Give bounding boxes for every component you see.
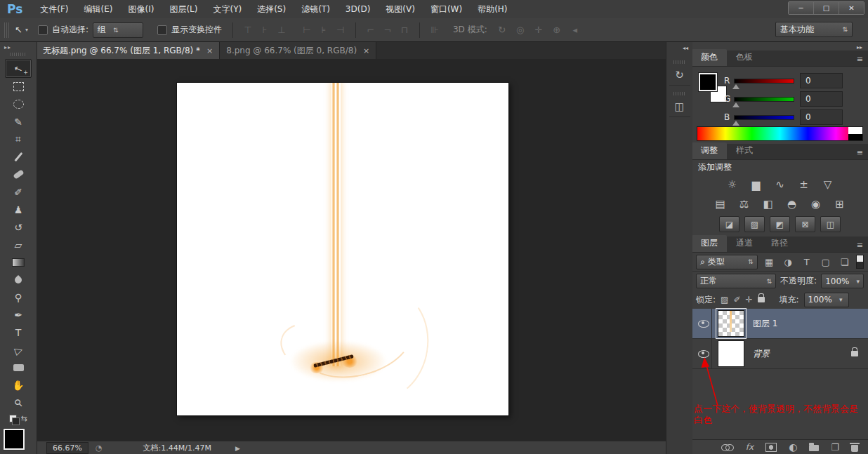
crop-tool[interactable]: ⌗ xyxy=(6,131,31,148)
slider-thumb[interactable] xyxy=(732,102,739,107)
gradient-tool[interactable] xyxy=(6,253,31,271)
blue-value-field[interactable]: 0 xyxy=(800,109,843,125)
color-lookup-icon[interactable]: ⊞ xyxy=(830,196,849,211)
visibility-toggle[interactable] xyxy=(696,309,712,338)
eyedropper-tool[interactable] xyxy=(6,148,31,166)
color-spectrum-ramp[interactable] xyxy=(697,126,863,141)
path-selection-tool[interactable]: ▷ xyxy=(6,341,31,359)
layer-row-layer1[interactable]: 图层 1 xyxy=(692,309,868,339)
layer-row-background[interactable]: 背景 xyxy=(692,339,868,369)
filter-type-dropdown[interactable]: ⌕ 类型 ⇅ xyxy=(696,255,758,269)
lock-position-icon[interactable]: ✛ xyxy=(745,295,752,305)
exposure-icon[interactable]: ± xyxy=(794,177,813,192)
zoom-level-field[interactable]: 66.67% xyxy=(46,442,88,454)
properties-panel-button[interactable]: ◫ xyxy=(669,86,690,117)
brush-tool[interactable]: ✐ xyxy=(6,183,31,201)
close-icon[interactable]: × xyxy=(206,46,213,55)
layer-name[interactable]: 图层 1 xyxy=(753,318,777,330)
close-icon[interactable]: × xyxy=(363,46,369,55)
opacity-dropdown[interactable]: 100% ▾ xyxy=(821,274,864,288)
tab-swatches[interactable]: 色板 xyxy=(727,49,762,66)
invert-icon[interactable]: ◪ xyxy=(719,216,739,232)
zoom-tool[interactable]: ⚲ xyxy=(6,394,31,411)
blue-slider[interactable] xyxy=(734,115,794,120)
current-tool-icon[interactable]: ↖ ▾ xyxy=(15,25,28,35)
red-slider[interactable] xyxy=(734,79,794,84)
marquee-tool[interactable] xyxy=(6,78,31,95)
color-balance-icon[interactable]: ⚖ xyxy=(735,196,754,211)
delete-layer-button[interactable] xyxy=(851,443,858,452)
scrubby-zoom-icon[interactable]: ◔ xyxy=(96,443,103,453)
pen-tool[interactable]: ✒ xyxy=(6,306,31,323)
hue-saturation-icon[interactable]: ▤ xyxy=(711,196,730,211)
auto-select-checkbox[interactable] xyxy=(38,25,48,35)
foreground-color-swatch[interactable] xyxy=(699,73,717,91)
panel-menu-icon[interactable]: ≡ xyxy=(852,148,868,159)
minimize-button[interactable]: ─ xyxy=(789,2,813,14)
blur-tool[interactable] xyxy=(6,271,31,288)
panels-collapse-icon[interactable]: ▸▸ xyxy=(857,44,862,51)
tab-styles[interactable]: 样式 xyxy=(727,142,762,159)
default-colors-icon[interactable] xyxy=(9,415,17,422)
quick-selection-tool[interactable]: ✎ xyxy=(6,113,31,131)
green-value-field[interactable]: 0 xyxy=(800,91,843,107)
layer-thumbnail[interactable] xyxy=(718,340,744,367)
hand-tool[interactable]: ✋ xyxy=(6,376,31,394)
new-layer-button[interactable]: ❐ xyxy=(831,442,839,453)
curves-icon[interactable]: ∿ xyxy=(770,177,789,192)
tab-paths[interactable]: 路径 xyxy=(762,235,797,252)
move-tool[interactable]: ↖ + xyxy=(5,59,32,78)
new-group-button[interactable] xyxy=(809,443,819,451)
menu-window[interactable]: 窗口(W) xyxy=(423,0,470,18)
tab-channels[interactable]: 通道 xyxy=(727,235,762,252)
foreground-color-swatch[interactable] xyxy=(4,429,25,450)
layer-name[interactable]: 背景 xyxy=(753,348,770,360)
filter-smart-objects-icon[interactable]: ❏ xyxy=(837,257,852,267)
filter-type-layers-icon[interactable]: T xyxy=(799,257,814,267)
document-tab-active[interactable]: 无标题.png @ 66.7% (图层 1, RGB/8) * × xyxy=(37,42,220,59)
toolbar-gripper[interactable] xyxy=(10,53,27,56)
posterize-icon[interactable]: ▨ xyxy=(744,216,765,232)
filtering-toggle[interactable] xyxy=(856,255,864,269)
photo-filter-icon[interactable]: ◓ xyxy=(782,196,801,211)
selective-color-icon[interactable]: ◫ xyxy=(820,216,841,232)
panel-menu-icon[interactable]: ≡ xyxy=(852,55,868,66)
tab-color[interactable]: 颜色 xyxy=(692,49,727,66)
layer-style-button[interactable]: fx xyxy=(746,442,754,452)
green-slider[interactable] xyxy=(734,97,794,102)
levels-icon[interactable]: ▆ xyxy=(747,177,765,192)
auto-select-dropdown[interactable]: 组 ⇅ xyxy=(93,22,143,38)
shape-tool[interactable] xyxy=(6,359,31,376)
black-white-icon[interactable]: ◧ xyxy=(758,196,777,211)
menu-layer[interactable]: 图层(L) xyxy=(162,0,205,18)
toolbar-collapse-icon[interactable]: ▸▸ xyxy=(0,42,11,51)
status-menu-arrow-icon[interactable]: ▶ xyxy=(235,445,240,452)
tab-layers[interactable]: 图层 xyxy=(692,235,727,252)
filter-shape-layers-icon[interactable]: ▢ xyxy=(818,257,833,267)
dodge-tool[interactable]: ⚲ xyxy=(6,288,31,306)
blend-mode-dropdown[interactable]: 正常 ⇅ xyxy=(696,274,776,288)
menu-help[interactable]: 帮助(H) xyxy=(470,0,515,18)
visibility-toggle[interactable] xyxy=(696,339,712,368)
red-value-field[interactable]: 0 xyxy=(800,73,843,88)
menu-select[interactable]: 选择(S) xyxy=(249,0,294,18)
pasteboard[interactable] xyxy=(37,59,666,441)
tab-adjustments[interactable]: 调整 xyxy=(692,142,727,159)
lasso-tool[interactable] xyxy=(6,95,31,113)
menu-type[interactable]: 文字(Y) xyxy=(205,0,249,18)
slider-thumb[interactable] xyxy=(732,121,739,126)
vibrance-icon[interactable]: ▽ xyxy=(818,177,837,192)
history-panel-button[interactable]: ↻ xyxy=(669,54,690,86)
menu-file[interactable]: 文件(F) xyxy=(32,0,76,18)
document-canvas[interactable] xyxy=(177,83,508,415)
eraser-tool[interactable]: ▱ xyxy=(6,236,31,253)
history-brush-tool[interactable]: ↺ xyxy=(6,218,31,236)
slider-thumb[interactable] xyxy=(732,84,739,89)
menu-filter[interactable]: 滤镜(T) xyxy=(294,0,338,18)
clone-stamp-tool[interactable]: ♟ xyxy=(6,201,31,218)
new-adjustment-layer-button[interactable]: ◐ xyxy=(789,441,797,453)
options-gripper[interactable] xyxy=(4,22,9,38)
healing-brush-tool[interactable] xyxy=(6,166,31,183)
channel-mixer-icon[interactable]: ◉ xyxy=(806,196,825,211)
menu-edit[interactable]: 编辑(E) xyxy=(77,0,121,18)
